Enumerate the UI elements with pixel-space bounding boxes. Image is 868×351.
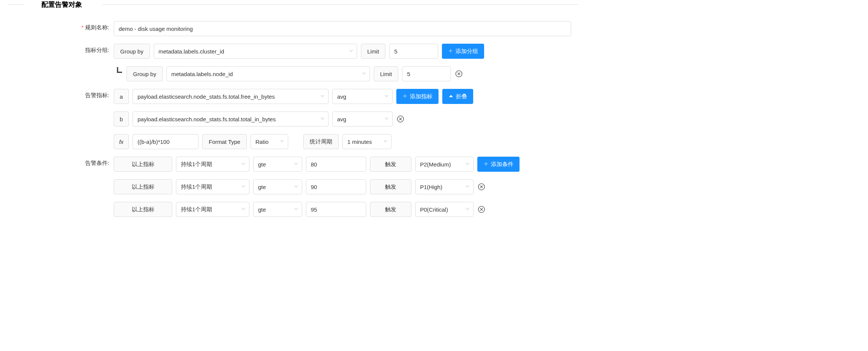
group-by-prefix: Group by (127, 66, 163, 81)
metric-group-label: 指标分组: (8, 44, 109, 54)
alert-metric-section: 告警指标: a payload.elasticsearch.node_stats… (8, 89, 571, 149)
metric-row: b payload.elasticsearch.node_stats.fs.to… (114, 111, 571, 127)
priority-select[interactable]: P2(Medium) (415, 157, 474, 172)
limit-input[interactable] (402, 66, 451, 81)
plus-icon (483, 161, 489, 168)
trigger-label: 触发 (370, 179, 411, 194)
tree-connector-icon (114, 66, 123, 81)
limit-input[interactable] (389, 44, 438, 59)
condition-row: 以上指标 持续1个周期 gte 触发 P0(Critical) (114, 202, 571, 217)
priority-select[interactable]: P1(High) (415, 179, 474, 194)
condition-row: 以上指标 持续1个周期 gte 触发 P2(Medium) 添加条件 (114, 157, 571, 172)
plus-icon (402, 93, 408, 100)
threshold-input[interactable] (306, 202, 366, 217)
collapse-button[interactable]: 折叠 (442, 89, 473, 104)
limit-label: Limit (361, 44, 386, 59)
stat-period-select[interactable]: 1 minutes (342, 134, 391, 149)
add-metric-button[interactable]: 添加指标 (396, 89, 439, 104)
duration-select[interactable]: 持续1个周期 (176, 202, 249, 217)
group-field-select[interactable]: metadata.labels.cluster_id (154, 44, 357, 59)
operator-select[interactable]: gte (253, 179, 302, 194)
condition-row: 以上指标 持续1个周期 gte 触发 P1(High) (114, 179, 571, 194)
rule-name-row: *规则名称: (8, 21, 571, 36)
plus-icon (448, 48, 453, 55)
metric-key: a (114, 89, 129, 104)
alert-condition-section: 告警条件: 以上指标 持续1个周期 gte 触发 P2(Medium) (8, 157, 571, 217)
group-row: Group by metadata.labels.node_id Limit (114, 66, 571, 81)
required-asterisk: * (81, 24, 84, 31)
add-group-button[interactable]: 添加分组 (442, 44, 484, 59)
formula-input[interactable] (133, 134, 199, 149)
add-condition-button[interactable]: 添加条件 (477, 157, 520, 172)
alert-metric-label: 告警指标: (8, 89, 109, 99)
priority-select[interactable]: P0(Critical) (415, 202, 474, 217)
group-field-select[interactable]: metadata.labels.node_id (167, 66, 370, 81)
metric-field-select[interactable]: payload.elasticsearch.node_stats.fs.tota… (133, 89, 329, 104)
group-by-prefix: Group by (114, 44, 150, 59)
rule-name-label: *规则名称: (8, 21, 109, 31)
duration-select[interactable]: 持续1个周期 (176, 179, 249, 194)
trigger-label: 触发 (370, 202, 411, 217)
formula-row: fx Format Type Ratio 统计周期 1 minutes (114, 134, 571, 149)
rule-name-input[interactable] (114, 21, 571, 36)
alert-condition-label: 告警条件: (8, 157, 109, 167)
operator-select[interactable]: gte (253, 157, 302, 172)
format-type-select[interactable]: Ratio (251, 134, 288, 149)
trigger-label: 触发 (370, 157, 411, 172)
format-type-label: Format Type (202, 134, 247, 149)
threshold-input[interactable] (306, 179, 366, 194)
stat-period-label: 统计周期 (303, 134, 339, 149)
metric-agg-select[interactable]: avg (332, 111, 393, 127)
duration-select[interactable]: 持续1个周期 (176, 157, 249, 172)
condition-metric-label: 以上指标 (114, 179, 172, 194)
caret-up-icon (448, 93, 454, 100)
section-title: 配置告警对象 (38, 0, 85, 9)
metric-agg-select[interactable]: avg (332, 89, 393, 104)
limit-label: Limit (374, 66, 399, 81)
metric-key: b (114, 111, 129, 127)
remove-condition-button[interactable] (477, 205, 486, 214)
operator-select[interactable]: gte (253, 202, 302, 217)
condition-metric-label: 以上指标 (114, 202, 172, 217)
remove-condition-button[interactable] (477, 183, 486, 191)
remove-metric-button[interactable] (396, 115, 405, 123)
metric-field-select[interactable]: payload.elasticsearch.node_stats.fs.tota… (133, 111, 329, 127)
condition-metric-label: 以上指标 (114, 157, 172, 172)
metric-group-section: 指标分组: Group by metadata.labels.cluster_i… (8, 44, 571, 81)
threshold-input[interactable] (306, 157, 366, 172)
remove-group-button[interactable] (455, 70, 463, 78)
group-row: Group by metadata.labels.cluster_id Limi… (114, 44, 571, 59)
formula-prefix: fx (114, 134, 129, 149)
metric-row: a payload.elasticsearch.node_stats.fs.to… (114, 89, 571, 104)
section-header: 配置告警对象 (8, 0, 571, 9)
